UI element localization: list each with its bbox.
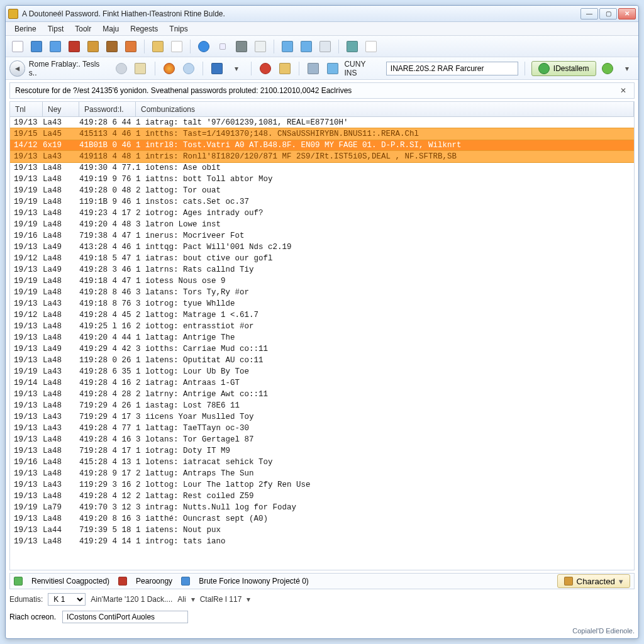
- table-row[interactable]: 19/13La48419:28 9 172 lattug: Antraps Th…: [10, 468, 634, 479]
- refresh-green-icon[interactable]: [600, 60, 616, 77]
- delete-icon[interactable]: [258, 60, 274, 77]
- table-row[interactable]: 19/13La43419:28 6 441 iatrag: talt '97/6…: [10, 117, 634, 128]
- table-row[interactable]: 19/16La48719:38 4 471 inerus: Mocriveer …: [10, 230, 634, 242]
- dropdown2-icon[interactable]: ▾: [619, 60, 635, 77]
- table-row[interactable]: 19/13La48719:29 4 261 iastag: Lost 78E6 …: [10, 400, 634, 411]
- tile-h-icon[interactable]: [279, 38, 296, 55]
- cell: La43: [43, 152, 79, 161]
- table-row[interactable]: 19/15La45415113 4 461 intths: Tast=1/149…: [10, 128, 634, 140]
- lower-controls-2: Riach ocreon.: [9, 611, 635, 623]
- exit-icon[interactable]: [123, 38, 139, 55]
- col-header[interactable]: Tnl: [10, 102, 43, 116]
- table-row[interactable]: 19/19La48419:28 8 463 latans: Tors Ty,Ry…: [10, 287, 634, 298]
- bookmark-icon[interactable]: [133, 60, 148, 77]
- box-brown-icon[interactable]: [104, 38, 120, 55]
- table-row[interactable]: 19/13La48419:30 4 77.1 iotens: Ase obit: [10, 162, 634, 174]
- menu-item[interactable]: Tnips: [164, 23, 192, 35]
- save-disk-icon[interactable]: [209, 60, 225, 77]
- table-row[interactable]: 19/13La48419:29 4 141 introg: tats iano: [10, 536, 634, 547]
- table-row[interactable]: 19/13La43119:29 3 162 lottog: Lour The l…: [10, 479, 634, 491]
- tile-v-icon[interactable]: [298, 38, 314, 55]
- table-row[interactable]: 19/13La48119:28 0 261 latens: Oputitat A…: [10, 355, 634, 366]
- sel1[interactable]: K 1: [48, 593, 86, 606]
- menu-item[interactable]: Maju: [97, 23, 124, 35]
- table-row[interactable]: 19/19La79419:70 3 123 intrag: Nutts.Null…: [10, 502, 634, 513]
- table-row[interactable]: 19/19La48419:28 0 482 lattog: Tor ouat: [10, 185, 634, 196]
- table-row[interactable]: 19/13La48419:20 4 441 lattag: Antrige Th…: [10, 332, 634, 343]
- contiport-input[interactable]: [62, 611, 188, 623]
- table-row[interactable]: 19/13La49413:28 4 461 inttqg: Pact Will'…: [10, 242, 634, 253]
- stop-red-icon[interactable]: [66, 38, 82, 55]
- table-row[interactable]: 19/13La43419118 4 481 intris: Ronll'8I18…: [10, 151, 634, 162]
- table-row[interactable]: 19/13La44719:39 5 181 iatens: Nout pux: [10, 525, 634, 536]
- search-input[interactable]: [386, 62, 518, 75]
- chevron-down-icon[interactable]: ▾: [191, 595, 195, 604]
- table-row[interactable]: 19/12La48419:28 4 452 lattog: Matrage 1 …: [10, 309, 634, 321]
- table-row[interactable]: 19/19La48119:1B 9 461 instos: cats.Set o…: [10, 196, 634, 208]
- cell: La48: [43, 492, 79, 501]
- new-doc-icon[interactable]: [9, 38, 26, 55]
- table-row[interactable]: 19/16La48415:28 4 131 lotens: iatracat s…: [10, 457, 634, 468]
- col-header[interactable]: Combunizations: [136, 102, 634, 116]
- table-row[interactable]: 19/13La48719:28 4 171 iotrag: Doty IT M9: [10, 445, 634, 457]
- dropdown-arrow-icon[interactable]: ▾: [229, 60, 245, 77]
- close-banner-button[interactable]: ✕: [618, 85, 629, 96]
- table-row[interactable]: 19/13La48419:20 8 163 iatthé: Ouncrast s…: [10, 513, 634, 525]
- menu-item[interactable]: Toolr: [70, 23, 96, 35]
- table-row[interactable]: 19/19La43419:28 6 351 lottog: Lour Ub By…: [10, 366, 634, 377]
- table-row[interactable]: 19/13La48419:28 4 163 lotans: Tor Gertag…: [10, 434, 634, 445]
- col-header[interactable]: Password:I.: [79, 102, 136, 116]
- cell: La43: [43, 413, 79, 421]
- comp-icon[interactable]: [306, 60, 321, 77]
- table-row[interactable]: 19/19La48419:18 4 471 iotess Nous ose 9: [10, 275, 634, 287]
- table-row[interactable]: 19/14La48419:28 4 162 iatrag: Antraas 1-…: [10, 377, 634, 389]
- doc-icon[interactable]: [169, 38, 185, 55]
- close-button[interactable]: ✕: [618, 8, 636, 19]
- menu-item[interactable]: Berine: [9, 23, 42, 35]
- back-button[interactable]: ◄: [9, 60, 25, 77]
- table-row[interactable]: 19/13La48419:28 4 122 lattag: Rest coile…: [10, 491, 634, 502]
- globe-icon[interactable]: [180, 60, 196, 77]
- cell: 19/13: [10, 469, 43, 478]
- menu-item[interactable]: Tipst: [43, 23, 69, 35]
- firefox-icon[interactable]: [162, 60, 177, 77]
- table-row[interactable]: 19/13La43419:18 8 763 iotrog: tyue Whlld…: [10, 298, 634, 309]
- install-button[interactable]: IDestallem: [531, 61, 596, 76]
- minimize-button[interactable]: —: [580, 8, 598, 19]
- globe-gray-icon[interactable]: [113, 60, 129, 77]
- menu-item[interactable]: Regests: [125, 23, 163, 35]
- cell: 1 iattns: bott Toll abtor Moy: [136, 175, 634, 184]
- cell: 2 lattug: Antraps The Sun: [136, 469, 634, 478]
- col-header[interactable]: Ney: [43, 102, 79, 116]
- doc2-icon[interactable]: [363, 38, 379, 55]
- save-icon[interactable]: [28, 38, 45, 55]
- table-row[interactable]: 19/13La48419:23 4 172 iotrog: Ages intra…: [10, 208, 634, 219]
- table-row[interactable]: 19/13La48419:28 4 282 latrny: Antrige Aw…: [10, 389, 634, 400]
- cell: La48: [43, 186, 79, 195]
- table-row[interactable]: 19/13La43419:28 4 771 lattag: TaeTTayn o…: [10, 423, 634, 434]
- table-row[interactable]: 19/13La484l9:25 l 162 iottog: entrasstio…: [10, 321, 634, 332]
- table-row[interactable]: 19/13La43719:29 4 173 iicens Yoar Muslle…: [10, 411, 634, 423]
- table-row[interactable]: 19/12La48419:18 5 471 iatras: bout ctive…: [10, 253, 634, 264]
- refresh-icon[interactable]: [317, 38, 333, 55]
- table-row[interactable]: 19/19La48419:20 4 483 latron Lowe inst: [10, 219, 634, 230]
- chevron-down-icon[interactable]: ▾: [247, 595, 250, 604]
- window-split-icon[interactable]: [325, 60, 341, 77]
- folder-open-icon[interactable]: [150, 38, 166, 55]
- folder-icon[interactable]: [85, 38, 101, 55]
- gear-icon[interactable]: [233, 38, 250, 55]
- table-row[interactable]: 14/126x1941B01B 0 461 intrl8: Tost.Vatri…: [10, 140, 634, 151]
- grid-body[interactable]: 19/13La43419:28 6 441 iatrag: talt '97/6…: [10, 117, 634, 570]
- export-icon[interactable]: [344, 38, 360, 55]
- cell: La49: [43, 243, 79, 252]
- props-icon[interactable]: [252, 38, 269, 55]
- maximize-button[interactable]: ▢: [599, 8, 617, 19]
- table-row[interactable]: 19/13La49419:28 3 461 latrns: Rats calln…: [10, 264, 634, 275]
- dropdown-icon[interactable]: [214, 38, 231, 55]
- characted-button[interactable]: Characted▾: [557, 574, 631, 588]
- window-blue-icon[interactable]: [47, 38, 64, 55]
- table-row[interactable]: 19/13La49419:29 4 423 iotths: Carriae Mu…: [10, 343, 634, 355]
- help-icon[interactable]: [196, 38, 212, 55]
- table-row[interactable]: 19/13La48419:19 9 761 iattns: bott Toll …: [10, 174, 634, 185]
- folder-new-icon[interactable]: [277, 60, 292, 77]
